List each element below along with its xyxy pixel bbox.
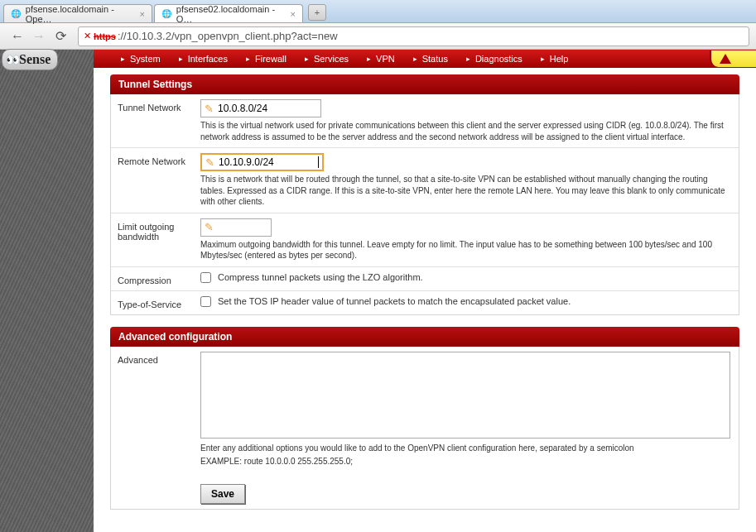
- browser-toolbar: ← → ⟳ ✕ https: [0, 23, 756, 50]
- label-remote-network: Remote Network: [118, 153, 200, 208]
- tab-title: pfsense02.localdomain - O…: [176, 4, 284, 24]
- browser-tab-strip: 🌐 pfsense.localdomain - Ope… × 🌐 pfsense…: [0, 0, 756, 23]
- section-body-tunnel: Tunnel Network ✎ This is the virtual net…: [110, 94, 739, 315]
- browser-tab[interactable]: 🌐 pfsense.localdomain - Ope… ×: [3, 4, 152, 22]
- warning-icon: [720, 54, 731, 64]
- close-icon[interactable]: ×: [291, 9, 296, 19]
- save-button[interactable]: Save: [200, 484, 245, 504]
- main-nav: System Interfaces Firewall Services VPN …: [94, 50, 756, 68]
- alert-banner[interactable]: [710, 50, 756, 67]
- label-tunnel-network: Tunnel Network: [118, 99, 200, 142]
- nav-services[interactable]: Services: [298, 54, 360, 64]
- label-compression: Compression: [118, 272, 200, 285]
- row-compression: Compression Compress tunnel packets usin…: [111, 267, 739, 291]
- limit-bandwidth-input[interactable]: [218, 222, 267, 233]
- tab-favicon: 🌐: [161, 8, 172, 20]
- section-header-tunnel: Tunnel Settings: [110, 74, 739, 94]
- help-advanced-2: EXAMPLE: route 10.0.0.0 255.255.255.0;: [200, 456, 732, 467]
- row-advanced: Advanced Enter any additional options yo…: [111, 347, 739, 472]
- compression-checkbox[interactable]: [200, 272, 211, 283]
- tunnel-network-input-wrap: ✎: [200, 99, 321, 117]
- nav-system[interactable]: System: [114, 54, 172, 64]
- nav-status[interactable]: Status: [407, 54, 460, 64]
- forward-button[interactable]: →: [28, 26, 50, 46]
- tab-title: pfsense.localdomain - Ope…: [26, 4, 133, 24]
- insecure-icon: ✕: [84, 31, 91, 41]
- url-protocol: https: [94, 31, 116, 41]
- row-tunnel-network: Tunnel Network ✎ This is the virtual net…: [111, 94, 739, 148]
- browser-tab[interactable]: 🌐 pfsense02.localdomain - O… ×: [154, 4, 303, 22]
- row-limit-bandwidth: Limit outgoing bandwidth ✎ Maximum outgo…: [111, 213, 739, 267]
- reload-button[interactable]: ⟳: [50, 26, 71, 46]
- label-advanced: Advanced: [118, 352, 200, 467]
- nav-help[interactable]: Help: [534, 54, 580, 64]
- section-body-advanced: Advanced Enter any additional options yo…: [110, 347, 739, 510]
- nav-vpn[interactable]: VPN: [360, 54, 407, 64]
- edit-icon: ✎: [205, 221, 214, 233]
- compression-checkbox-wrap[interactable]: Compress tunnel packets using the LZO al…: [200, 272, 732, 283]
- tos-checkbox-wrap[interactable]: Set the TOS IP header value of tunnel pa…: [200, 296, 732, 307]
- label-tos: Type-of-Service: [118, 296, 200, 309]
- tab-favicon: 🌐: [11, 8, 22, 20]
- remote-network-input[interactable]: [219, 156, 318, 168]
- limit-bandwidth-input-wrap: ✎: [200, 218, 272, 237]
- logo-icon: 👀: [6, 53, 17, 66]
- remote-network-input-wrap: ✎: [200, 153, 324, 171]
- help-tunnel-network: This is the virtual network used for pri…: [200, 120, 732, 142]
- new-tab-button[interactable]: +: [308, 4, 326, 21]
- address-bar[interactable]: ✕ https: [78, 26, 749, 46]
- nav-firewall[interactable]: Firewall: [239, 54, 298, 64]
- pfsense-logo[interactable]: 👀 Sense: [2, 49, 58, 70]
- text-caret: [318, 156, 319, 168]
- nav-diagnostics[interactable]: Diagnostics: [460, 54, 534, 64]
- back-button[interactable]: ←: [7, 26, 28, 46]
- compression-checkbox-label: Compress tunnel packets using the LZO al…: [218, 272, 423, 282]
- edit-icon: ✎: [205, 156, 214, 169]
- section-header-advanced: Advanced configuration: [110, 327, 739, 347]
- row-remote-network: Remote Network ✎ This is a network that …: [111, 148, 739, 213]
- help-limit-bandwidth: Maximum outgoing bandwidth for this tunn…: [200, 239, 732, 261]
- left-gutter: 👀 Sense: [0, 50, 94, 532]
- row-save: Save: [111, 472, 739, 509]
- help-remote-network: This is a network that will be routed th…: [200, 174, 732, 208]
- close-icon[interactable]: ×: [140, 9, 145, 19]
- tos-checkbox[interactable]: [200, 296, 211, 307]
- edit-icon: ✎: [205, 103, 214, 115]
- logo-text: Sense: [19, 52, 51, 67]
- row-tos: Type-of-Service Set the TOS IP header va…: [111, 291, 739, 314]
- nav-interfaces[interactable]: Interfaces: [172, 54, 239, 64]
- tos-checkbox-label: Set the TOS IP header value of tunnel pa…: [218, 296, 571, 306]
- url-input[interactable]: [118, 30, 744, 42]
- tunnel-network-input[interactable]: [218, 103, 317, 114]
- label-limit-bandwidth: Limit outgoing bandwidth: [118, 218, 200, 261]
- advanced-textarea[interactable]: [200, 352, 730, 439]
- help-advanced-1: Enter any additional options you would l…: [200, 443, 732, 454]
